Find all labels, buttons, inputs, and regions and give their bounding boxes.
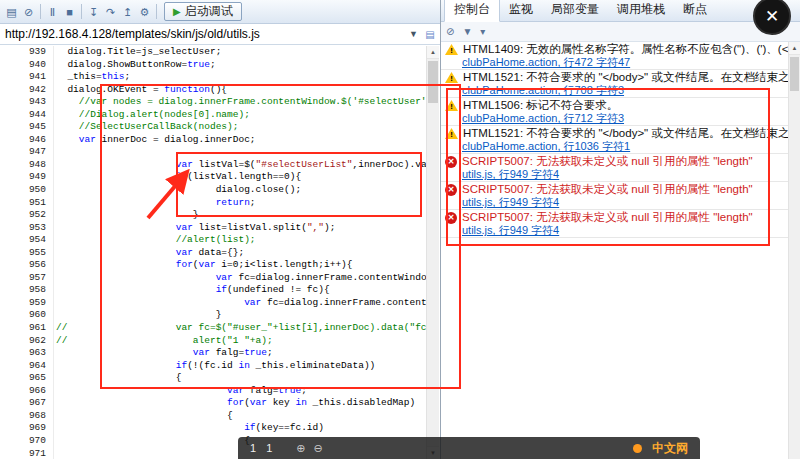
script-page-icon[interactable]: ▤: [422, 29, 438, 40]
scrollbar-thumb[interactable]: [428, 61, 438, 103]
message-source-link[interactable]: utils.js, 行949 字符4: [462, 168, 559, 180]
code-line: var falg=true;: [56, 347, 426, 360]
document-icon[interactable]: ▤: [3, 3, 20, 21]
line-number[interactable]: 949: [0, 171, 53, 184]
line-number[interactable]: 962: [0, 335, 53, 348]
console-message: ✕SCRIPT5007: 无法获取未定义或 null 引用的属性 "length…: [441, 182, 788, 210]
toolbar-separator: [156, 4, 157, 19]
line-number[interactable]: 971: [0, 448, 53, 459]
code-line: for(var key in _this.disabledMap): [56, 397, 426, 410]
console-toolbar: ⊘▼▾: [441, 22, 800, 42]
start-debugging-button[interactable]: ▶ 启动调试: [164, 2, 242, 21]
filter-messages-icon[interactable]: ▼: [462, 26, 472, 37]
line-number[interactable]: 957: [0, 272, 53, 285]
line-number[interactable]: 941: [0, 71, 53, 84]
message-source-link[interactable]: clubPaHome.action, 行712 字符3: [462, 112, 624, 124]
scrollbar-thumb[interactable]: [790, 57, 799, 91]
break-on-error-icon[interactable]: ⊘: [20, 3, 37, 21]
error-icon: ✕: [445, 212, 457, 224]
line-number[interactable]: 951: [0, 197, 53, 210]
code-line: var fc=dialog.innerFrame.contentWindow.$…: [56, 272, 426, 285]
code-line: if(!(fc.id in _this.eliminateData)): [56, 360, 426, 373]
line-number[interactable]: 959: [0, 297, 53, 310]
message-options-icon[interactable]: ▾: [480, 26, 485, 37]
line-number[interactable]: 948: [0, 159, 53, 172]
step-over-icon[interactable]: ↷: [102, 3, 119, 21]
code-line: var fc=dialog.innerFrame.contentWindow.$…: [56, 297, 426, 310]
start-debugging-label: 启动调试: [185, 3, 233, 20]
zoom-in-icon[interactable]: ⊕: [296, 442, 305, 455]
line-number[interactable]: 945: [0, 121, 53, 134]
scroll-up-icon[interactable]: ▲: [427, 46, 439, 59]
line-number[interactable]: 954: [0, 234, 53, 247]
line-number[interactable]: 961: [0, 322, 53, 335]
line-number[interactable]: 947: [0, 146, 53, 159]
code-vertical-scrollbar[interactable]: ▲ ▼: [426, 46, 439, 459]
clear-console-icon[interactable]: ⊘: [446, 26, 454, 37]
brand-logo-icon: [633, 444, 642, 453]
console-message: ✕SCRIPT5007: 无法获取未定义或 null 引用的属性 "length…: [441, 154, 788, 182]
console-message: ✕SCRIPT5007: 无法获取未定义或 null 引用的属性 "length…: [441, 210, 788, 238]
line-number[interactable]: 953: [0, 222, 53, 235]
line-number[interactable]: 940: [0, 59, 53, 72]
line-number[interactable]: 970: [0, 435, 53, 448]
line-number[interactable]: 963: [0, 347, 53, 360]
console-message: !HTML1409: 无效的属性名称字符。属性名称不应包含(")、(')、(<)…: [441, 42, 788, 70]
line-number[interactable]: 952: [0, 209, 53, 222]
line-number[interactable]: 958: [0, 284, 53, 297]
code-line: var list=listVal.split(",");: [56, 222, 426, 235]
zoom-out-icon[interactable]: ⊖: [313, 442, 322, 455]
message-source-link[interactable]: clubPaHome.action, 行472 字符47: [462, 56, 630, 68]
line-number[interactable]: 942: [0, 84, 53, 97]
tab-locals[interactable]: 局部变量: [542, 0, 608, 21]
tab-console[interactable]: 控制台: [444, 0, 500, 22]
warning-icon: !: [445, 72, 458, 83]
step-out-icon[interactable]: ↥: [119, 3, 136, 21]
message-source-link[interactable]: clubPaHome.action, 行708 字符3: [462, 84, 624, 96]
step-into-icon[interactable]: ↧: [85, 3, 102, 21]
code-line: if(key==fc.id): [56, 422, 426, 435]
stop-icon[interactable]: ■: [61, 3, 78, 21]
code-line: dialog.ShowButtonRow=true;: [56, 59, 426, 72]
line-number[interactable]: 956: [0, 259, 53, 272]
line-number[interactable]: 964: [0, 360, 53, 373]
tab-watch[interactable]: 监视: [500, 0, 542, 21]
line-number[interactable]: 967: [0, 397, 53, 410]
message-source-link[interactable]: utils.js, 行949 字符4: [462, 196, 559, 208]
message-text: HTML1521: 不符合要求的 "</body>" 或文件结尾。在文档结束之前…: [463, 127, 788, 140]
script-url[interactable]: http://192.168.4.128/templates/skin/js/o…: [5, 27, 405, 41]
exception-settings-icon[interactable]: ⚙: [136, 3, 153, 21]
message-text: SCRIPT5007: 无法获取未定义或 null 引用的属性 "length": [462, 155, 753, 168]
tab-breakpoints[interactable]: 断点: [674, 0, 716, 21]
scroll-up-icon[interactable]: ▲: [789, 42, 800, 55]
console-scrollbar[interactable]: ▲: [788, 42, 800, 459]
line-number[interactable]: 968: [0, 410, 53, 423]
debug-toolbar: ▤⊘Ⅱ■↧↷↥⚙ ▶ 启动调试: [0, 0, 440, 24]
code-lines: dialog.Title=js_selectUser; dialog.ShowB…: [54, 46, 426, 459]
line-number[interactable]: 960: [0, 309, 53, 322]
line-number[interactable]: 944: [0, 109, 53, 122]
message-source-link[interactable]: utils.js, 行949 字符4: [462, 224, 559, 236]
code-line: }: [56, 309, 426, 322]
brand-name[interactable]: 中文网: [652, 440, 688, 457]
line-number[interactable]: 939: [0, 46, 53, 59]
panel-tabs: 控制台监视局部变量调用堆栈断点: [441, 0, 800, 22]
line-number[interactable]: 966: [0, 385, 53, 398]
message-source-link[interactable]: clubPaHome.action, 行1036 字符1: [462, 140, 630, 152]
line-number[interactable]: 965: [0, 372, 53, 385]
line-number[interactable]: 950: [0, 184, 53, 197]
toolbar-separator: [40, 4, 41, 19]
pause-icon[interactable]: Ⅱ: [44, 3, 61, 21]
message-text: HTML1506: 标记不符合要求。: [463, 99, 618, 112]
script-dropdown-icon[interactable]: ▼: [405, 29, 422, 39]
line-number[interactable]: 943: [0, 96, 53, 109]
code-line: {: [56, 372, 426, 385]
viewer-overlay-bar: 1 1 ⊕⊖ 中文网: [238, 437, 700, 459]
script-url-bar[interactable]: http://192.168.4.128/templates/skin/js/o…: [0, 24, 440, 45]
line-number[interactable]: 946: [0, 134, 53, 147]
code-line: return;: [56, 197, 426, 210]
console-message: !HTML1521: 不符合要求的 "</body>" 或文件结尾。在文档结束之…: [441, 126, 788, 154]
tab-callstack[interactable]: 调用堆栈: [608, 0, 674, 21]
line-number[interactable]: 955: [0, 247, 53, 260]
line-number[interactable]: 969: [0, 422, 53, 435]
